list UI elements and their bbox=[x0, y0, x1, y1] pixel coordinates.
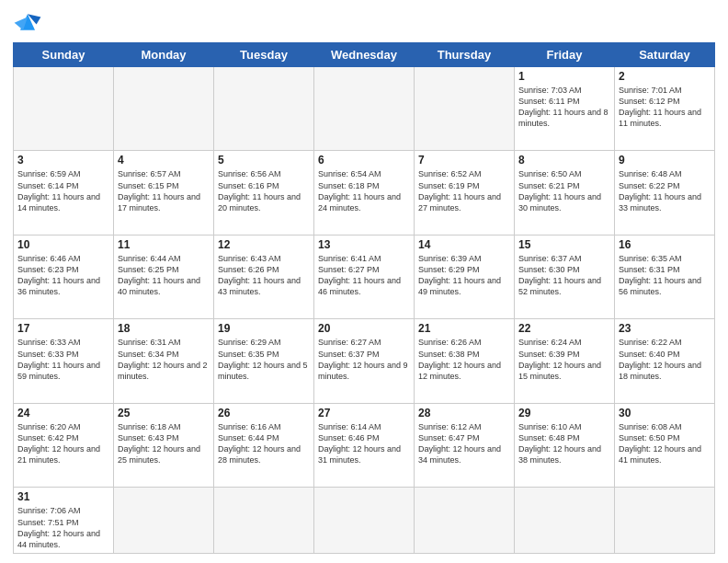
generalblue-logo-icon bbox=[13, 9, 42, 35]
week-row-4: 17Sunrise: 6:33 AM Sunset: 6:33 PM Dayli… bbox=[14, 319, 715, 403]
day-number: 5 bbox=[218, 154, 310, 167]
day-info: Sunrise: 6:20 AM Sunset: 6:42 PM Dayligh… bbox=[17, 421, 109, 466]
day-number: 4 bbox=[118, 154, 210, 167]
day-number: 18 bbox=[118, 322, 210, 335]
calendar-cell: 5Sunrise: 6:56 AM Sunset: 6:16 PM Daylig… bbox=[214, 151, 314, 235]
calendar-cell: 9Sunrise: 6:48 AM Sunset: 6:22 PM Daylig… bbox=[615, 151, 715, 235]
day-info: Sunrise: 6:56 AM Sunset: 6:16 PM Dayligh… bbox=[218, 168, 310, 213]
calendar-cell: 11Sunrise: 6:44 AM Sunset: 6:25 PM Dayli… bbox=[114, 235, 214, 318]
calendar-cell: 31Sunrise: 7:06 AM Sunset: 7:51 PM Dayli… bbox=[14, 488, 114, 554]
calendar-cell bbox=[515, 488, 615, 554]
day-number: 31 bbox=[17, 490, 109, 503]
calendar-cell: 13Sunrise: 6:41 AM Sunset: 6:27 PM Dayli… bbox=[314, 235, 415, 318]
day-info: Sunrise: 6:22 AM Sunset: 6:40 PM Dayligh… bbox=[619, 337, 711, 382]
calendar-cell bbox=[114, 67, 214, 151]
calendar-cell bbox=[314, 67, 415, 151]
day-info: Sunrise: 6:48 AM Sunset: 6:22 PM Dayligh… bbox=[619, 168, 711, 213]
day-info: Sunrise: 6:14 AM Sunset: 6:46 PM Dayligh… bbox=[318, 421, 410, 466]
day-header-tuesday: Tuesday bbox=[214, 43, 314, 67]
day-info: Sunrise: 6:26 AM Sunset: 6:38 PM Dayligh… bbox=[418, 337, 510, 382]
day-number: 28 bbox=[418, 407, 510, 419]
calendar-cell: 26Sunrise: 6:16 AM Sunset: 6:44 PM Dayli… bbox=[214, 403, 314, 488]
calendar-cell: 14Sunrise: 6:39 AM Sunset: 6:29 PM Dayli… bbox=[415, 235, 515, 318]
calendar-cell bbox=[314, 488, 415, 554]
day-info: Sunrise: 6:10 AM Sunset: 6:48 PM Dayligh… bbox=[518, 421, 610, 466]
day-number: 3 bbox=[17, 154, 109, 167]
day-number: 6 bbox=[318, 154, 410, 167]
day-number: 26 bbox=[218, 407, 310, 419]
day-info: Sunrise: 7:03 AM Sunset: 6:11 PM Dayligh… bbox=[518, 85, 610, 130]
day-info: Sunrise: 6:59 AM Sunset: 6:14 PM Dayligh… bbox=[17, 168, 109, 213]
calendar-cell bbox=[214, 488, 314, 554]
day-header-saturday: Saturday bbox=[615, 43, 715, 67]
day-info: Sunrise: 6:33 AM Sunset: 6:33 PM Dayligh… bbox=[17, 337, 109, 382]
day-info: Sunrise: 7:06 AM Sunset: 7:51 PM Dayligh… bbox=[17, 505, 109, 550]
day-info: Sunrise: 6:43 AM Sunset: 6:26 PM Dayligh… bbox=[218, 253, 310, 298]
calendar-cell: 2Sunrise: 7:01 AM Sunset: 6:12 PM Daylig… bbox=[615, 67, 715, 151]
day-number: 13 bbox=[318, 238, 410, 251]
day-number: 12 bbox=[218, 238, 310, 251]
calendar-cell: 21Sunrise: 6:26 AM Sunset: 6:38 PM Dayli… bbox=[415, 319, 515, 403]
day-number: 25 bbox=[118, 407, 210, 419]
calendar-cell: 18Sunrise: 6:31 AM Sunset: 6:34 PM Dayli… bbox=[114, 319, 214, 403]
day-info: Sunrise: 6:16 AM Sunset: 6:44 PM Dayligh… bbox=[218, 421, 310, 466]
day-number: 1 bbox=[518, 70, 610, 83]
day-number: 24 bbox=[17, 407, 109, 419]
calendar-cell: 17Sunrise: 6:33 AM Sunset: 6:33 PM Dayli… bbox=[14, 319, 114, 403]
day-number: 2 bbox=[619, 70, 711, 83]
week-row-1: 1Sunrise: 7:03 AM Sunset: 6:11 PM Daylig… bbox=[14, 67, 715, 151]
calendar-cell: 4Sunrise: 6:57 AM Sunset: 6:15 PM Daylig… bbox=[114, 151, 214, 235]
day-number: 23 bbox=[619, 322, 711, 335]
day-header-monday: Monday bbox=[114, 43, 214, 67]
calendar-cell: 30Sunrise: 6:08 AM Sunset: 6:50 PM Dayli… bbox=[615, 403, 715, 488]
calendar-cell: 19Sunrise: 6:29 AM Sunset: 6:35 PM Dayli… bbox=[214, 319, 314, 403]
calendar-cell: 3Sunrise: 6:59 AM Sunset: 6:14 PM Daylig… bbox=[14, 151, 114, 235]
day-number: 30 bbox=[619, 407, 711, 419]
day-number: 10 bbox=[17, 238, 109, 251]
calendar-cell bbox=[214, 67, 314, 151]
calendar-table: SundayMondayTuesdayWednesdayThursdayFrid… bbox=[13, 42, 715, 554]
day-number: 22 bbox=[518, 322, 610, 335]
page: SundayMondayTuesdayWednesdayThursdayFrid… bbox=[0, 0, 728, 563]
day-info: Sunrise: 6:29 AM Sunset: 6:35 PM Dayligh… bbox=[218, 337, 310, 382]
day-header-wednesday: Wednesday bbox=[314, 43, 415, 67]
day-info: Sunrise: 6:08 AM Sunset: 6:50 PM Dayligh… bbox=[619, 421, 711, 466]
calendar-cell: 24Sunrise: 6:20 AM Sunset: 6:42 PM Dayli… bbox=[14, 403, 114, 488]
day-info: Sunrise: 6:35 AM Sunset: 6:31 PM Dayligh… bbox=[619, 253, 711, 298]
day-number: 9 bbox=[619, 154, 711, 167]
week-row-5: 24Sunrise: 6:20 AM Sunset: 6:42 PM Dayli… bbox=[14, 403, 715, 488]
day-number: 11 bbox=[118, 238, 210, 251]
week-row-6: 31Sunrise: 7:06 AM Sunset: 7:51 PM Dayli… bbox=[14, 488, 715, 554]
day-number: 19 bbox=[218, 322, 310, 335]
day-number: 27 bbox=[318, 407, 410, 419]
calendar-cell: 25Sunrise: 6:18 AM Sunset: 6:43 PM Dayli… bbox=[114, 403, 214, 488]
calendar-cell: 1Sunrise: 7:03 AM Sunset: 6:11 PM Daylig… bbox=[515, 67, 615, 151]
day-info: Sunrise: 6:27 AM Sunset: 6:37 PM Dayligh… bbox=[318, 337, 410, 382]
header bbox=[13, 9, 715, 35]
day-number: 21 bbox=[418, 322, 510, 335]
day-number: 20 bbox=[318, 322, 410, 335]
calendar-cell bbox=[415, 488, 515, 554]
calendar-cell: 10Sunrise: 6:46 AM Sunset: 6:23 PM Dayli… bbox=[14, 235, 114, 318]
day-number: 7 bbox=[418, 154, 510, 167]
day-header-friday: Friday bbox=[515, 43, 615, 67]
calendar-header: SundayMondayTuesdayWednesdayThursdayFrid… bbox=[14, 43, 715, 67]
day-info: Sunrise: 6:37 AM Sunset: 6:30 PM Dayligh… bbox=[518, 253, 610, 298]
week-row-2: 3Sunrise: 6:59 AM Sunset: 6:14 PM Daylig… bbox=[14, 151, 715, 235]
day-info: Sunrise: 6:24 AM Sunset: 6:39 PM Dayligh… bbox=[518, 337, 610, 382]
day-info: Sunrise: 6:44 AM Sunset: 6:25 PM Dayligh… bbox=[118, 253, 210, 298]
week-row-3: 10Sunrise: 6:46 AM Sunset: 6:23 PM Dayli… bbox=[14, 235, 715, 318]
calendar-cell: 22Sunrise: 6:24 AM Sunset: 6:39 PM Dayli… bbox=[515, 319, 615, 403]
calendar-cell bbox=[415, 67, 515, 151]
calendar-cell: 27Sunrise: 6:14 AM Sunset: 6:46 PM Dayli… bbox=[314, 403, 415, 488]
day-header-thursday: Thursday bbox=[415, 43, 515, 67]
day-number: 17 bbox=[17, 322, 109, 335]
calendar-cell: 28Sunrise: 6:12 AM Sunset: 6:47 PM Dayli… bbox=[415, 403, 515, 488]
day-number: 16 bbox=[619, 238, 711, 251]
calendar-cell bbox=[14, 67, 114, 151]
calendar-cell: 8Sunrise: 6:50 AM Sunset: 6:21 PM Daylig… bbox=[515, 151, 615, 235]
calendar-body: 1Sunrise: 7:03 AM Sunset: 6:11 PM Daylig… bbox=[14, 67, 715, 554]
calendar-cell bbox=[114, 488, 214, 554]
calendar-cell: 20Sunrise: 6:27 AM Sunset: 6:37 PM Dayli… bbox=[314, 319, 415, 403]
day-number: 8 bbox=[518, 154, 610, 167]
